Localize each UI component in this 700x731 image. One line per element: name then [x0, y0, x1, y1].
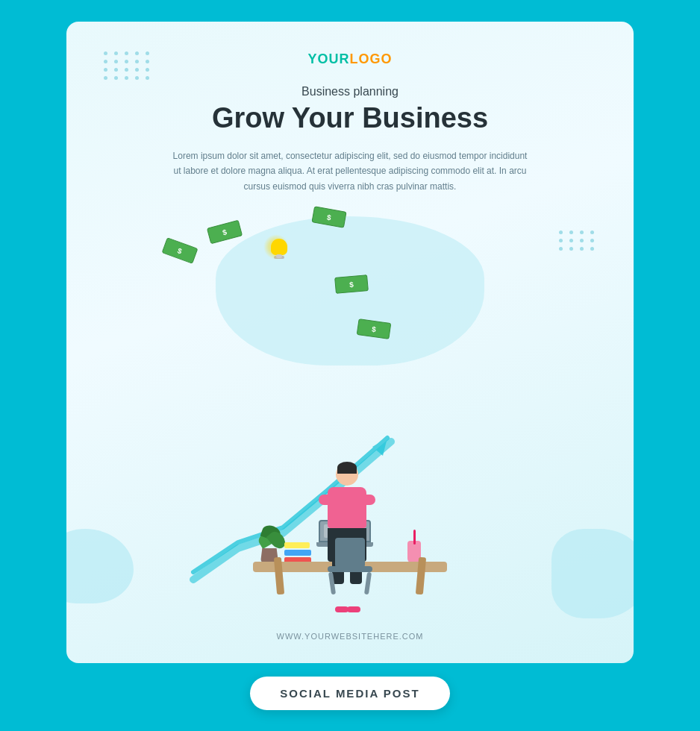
chair	[324, 538, 376, 594]
money-bill-3	[334, 274, 369, 294]
logo-your-text: YOUR	[307, 51, 349, 66]
social-button-container: SOCIAL MEDIA POST	[250, 677, 449, 710]
lightbulb-icon	[268, 239, 290, 261]
logo: YOURLOGO	[307, 51, 392, 67]
money-bill-1	[207, 220, 243, 245]
subtitle: Business planning	[301, 85, 399, 98]
description-text: Lorem ipsum dolor sit amet, consectetur …	[171, 148, 529, 194]
money-bill-5	[162, 237, 199, 264]
books-stack	[284, 542, 311, 563]
decorative-dots-topleft	[104, 51, 151, 80]
illustration-area	[104, 201, 596, 624]
desk-scene	[231, 415, 469, 594]
main-title: Grow Your Business	[212, 101, 488, 136]
logo-logo-text: LOGO	[350, 51, 393, 66]
website-url: WWW.YOURWEBSITEHERE.COM	[277, 624, 424, 641]
social-media-post-button[interactable]: SOCIAL MEDIA POST	[250, 677, 449, 710]
page-background: YOURLOGO Business planning Grow Your Bus…	[0, 0, 700, 731]
main-card: YOURLOGO Business planning Grow Your Bus…	[66, 22, 634, 663]
